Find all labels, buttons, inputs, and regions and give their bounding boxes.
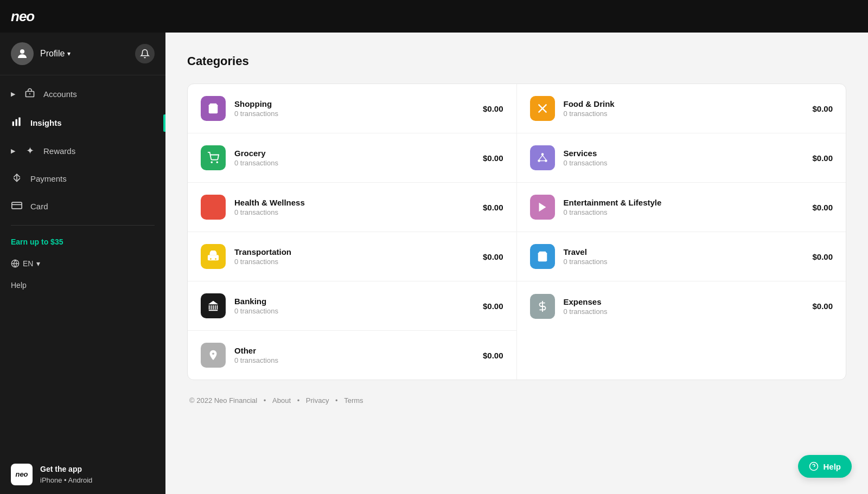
category-item-entertainment[interactable]: Entertainment & Lifestyle0 transactions$… — [517, 183, 846, 232]
grocery-amount: $0.00 — [483, 153, 503, 163]
expand-arrow-accounts: ▶ — [11, 91, 15, 98]
shopping-info: Shopping0 transactions — [234, 99, 474, 118]
payments-icon — [11, 172, 23, 185]
profile-section[interactable]: Profile ▾ — [0, 33, 165, 75]
earn-promo[interactable]: Earn up to $35 — [0, 231, 165, 253]
services-name: Services — [564, 149, 804, 158]
get-app-platforms: iPhone • Android — [40, 476, 92, 484]
health-name: Health & Wellness — [234, 198, 474, 207]
floating-help-button[interactable]: Help — [798, 455, 852, 478]
sidebar-item-payments[interactable]: Payments — [0, 164, 165, 193]
entertainment-icon — [530, 195, 555, 220]
profile-chevron: ▾ — [67, 50, 71, 57]
payments-label: Payments — [30, 174, 67, 183]
help-link[interactable]: Help — [0, 274, 165, 296]
shopping-sub: 0 transactions — [234, 110, 474, 118]
category-item-banking[interactable]: Banking0 transactions$0.00 — [188, 281, 517, 331]
health-sub: 0 transactions — [234, 208, 474, 216]
svg-rect-4 — [16, 119, 17, 126]
expenses-amount: $0.00 — [812, 301, 833, 311]
health-amount: $0.00 — [483, 203, 503, 212]
floating-help-label: Help — [823, 462, 841, 471]
banking-amount: $0.00 — [483, 301, 503, 311]
services-sub: 0 transactions — [564, 159, 804, 167]
language-selector[interactable]: EN ▾ — [0, 253, 165, 274]
footer-sep1: • — [264, 396, 268, 405]
category-item-shopping[interactable]: Shopping0 transactions$0.00 — [188, 84, 517, 133]
main-content: Categories Shopping0 transactions$0.00Fo… — [165, 33, 868, 494]
svg-point-25 — [215, 258, 216, 260]
sidebar-item-card[interactable]: Card — [0, 193, 165, 220]
footer-terms[interactable]: Terms — [344, 396, 363, 405]
rewards-label: Rewards — [43, 146, 75, 156]
expenses-name: Expenses — [564, 297, 804, 306]
grocery-info: Grocery0 transactions — [234, 149, 474, 167]
category-item-health[interactable]: Health & Wellness0 transactions$0.00 — [188, 183, 517, 232]
footer-about[interactable]: About — [272, 396, 291, 405]
sidebar-divider — [11, 225, 155, 226]
travel-info: Travel0 transactions — [564, 247, 804, 266]
category-item-grocery[interactable]: Grocery0 transactions$0.00 — [188, 133, 517, 183]
get-app-section: neo Get the app iPhone • Android — [0, 455, 165, 495]
notification-button[interactable] — [135, 44, 155, 63]
food-info: Food & Drink0 transactions — [564, 99, 804, 118]
other-info: Other0 transactions — [234, 346, 474, 364]
travel-icon — [530, 244, 555, 269]
topbar: neo — [0, 0, 868, 33]
expenses-sub: 0 transactions — [564, 307, 804, 316]
sidebar: Profile ▾ ▶ Accounts Insights — [0, 33, 165, 494]
health-info: Health & Wellness0 transactions — [234, 198, 474, 216]
layout: Profile ▾ ▶ Accounts Insights — [0, 33, 868, 494]
svg-rect-7 — [12, 202, 22, 209]
shopping-amount: $0.00 — [483, 104, 503, 113]
sidebar-item-accounts[interactable]: ▶ Accounts — [0, 80, 165, 108]
banking-sub: 0 transactions — [234, 307, 474, 315]
lang-chevron: ▾ — [36, 259, 40, 268]
other-sub: 0 transactions — [234, 356, 474, 364]
category-item-travel[interactable]: Travel0 transactions$0.00 — [517, 232, 846, 281]
banking-info: Banking0 transactions — [234, 297, 474, 315]
shopping-name: Shopping — [234, 99, 474, 108]
neo-logo-small: neo — [11, 464, 33, 485]
avatar — [11, 42, 34, 65]
transport-icon — [201, 244, 226, 269]
other-amount: $0.00 — [483, 351, 503, 360]
category-item-expenses[interactable]: Expenses0 transactions$0.00 — [517, 281, 846, 331]
food-sub: 0 transactions — [564, 110, 804, 118]
svg-point-24 — [210, 258, 212, 260]
category-item-services[interactable]: Services0 transactions$0.00 — [517, 133, 846, 183]
sidebar-item-rewards[interactable]: ▶ ✦ Rewards — [0, 137, 165, 164]
expenses-icon — [530, 294, 555, 319]
page-title: Categories — [187, 54, 846, 68]
services-icon — [530, 145, 555, 170]
language-label: EN — [23, 259, 33, 268]
footer-sep3: • — [335, 396, 340, 405]
shopping-icon — [201, 96, 226, 121]
entertainment-amount: $0.00 — [812, 203, 833, 212]
entertainment-name: Entertainment & Lifestyle — [564, 198, 804, 207]
expand-arrow-rewards: ▶ — [11, 147, 15, 155]
insights-icon — [11, 116, 23, 130]
categories-grid: Shopping0 transactions$0.00Food & Drink0… — [187, 84, 846, 380]
category-item-food[interactable]: Food & Drink0 transactions$0.00 — [517, 84, 846, 133]
profile-label[interactable]: Profile ▾ — [40, 49, 71, 59]
transport-amount: $0.00 — [483, 252, 503, 261]
get-app-title: Get the app — [40, 464, 92, 475]
sidebar-item-insights[interactable]: Insights — [0, 108, 165, 137]
travel-sub: 0 transactions — [564, 258, 804, 266]
svg-line-19 — [539, 155, 542, 159]
other-name: Other — [234, 346, 474, 355]
entertainment-sub: 0 transactions — [564, 208, 804, 216]
svg-rect-3 — [12, 121, 14, 126]
category-item-other[interactable]: Other0 transactions$0.00 — [188, 331, 517, 380]
svg-point-15 — [216, 162, 218, 163]
svg-point-16 — [541, 153, 544, 156]
category-item-transport[interactable]: Transportation0 transactions$0.00 — [188, 232, 517, 281]
svg-point-28 — [212, 352, 215, 355]
accounts-label: Accounts — [43, 89, 77, 99]
svg-point-14 — [211, 162, 212, 163]
travel-amount: $0.00 — [812, 252, 833, 261]
footer-links: © 2022 Neo Financial • About • Privacy •… — [187, 396, 366, 405]
travel-name: Travel — [564, 247, 804, 256]
footer-privacy[interactable]: Privacy — [306, 396, 329, 405]
